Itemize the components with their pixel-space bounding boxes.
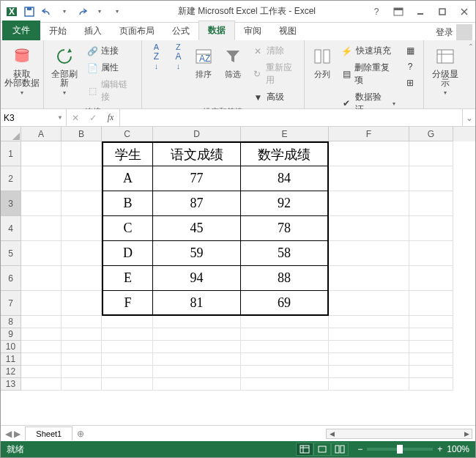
refresh-all-button[interactable]: 全部刷新▾ [48, 43, 81, 99]
sheet-tab-1[interactable]: Sheet1 [25, 426, 72, 440]
zoom-slider[interactable] [367, 448, 433, 451]
relationships-button[interactable]: ⊞ [401, 75, 419, 90]
edit-links-button[interactable]: ⬚编辑链接 [83, 77, 137, 105]
cell-E10[interactable] [241, 341, 329, 353]
cell-G13[interactable] [409, 378, 453, 391]
cell-F8[interactable] [329, 316, 409, 328]
cell-F5[interactable] [329, 241, 409, 266]
page-layout-view-button[interactable] [313, 443, 331, 456]
cell-A7[interactable] [21, 291, 62, 316]
cell-C1[interactable]: 学生 [102, 141, 153, 166]
cell-F11[interactable] [329, 353, 409, 366]
cell-D7[interactable]: 81 [153, 291, 241, 316]
cell-B9[interactable] [62, 328, 102, 341]
undo-dropdown[interactable]: ▾ [56, 4, 72, 20]
maximize-icon[interactable] [431, 1, 453, 22]
col-header-G[interactable]: G [409, 127, 453, 141]
col-header-A[interactable]: A [21, 127, 62, 141]
cell-A4[interactable] [21, 216, 62, 241]
row-header-2[interactable]: 2 [1, 166, 21, 191]
get-external-data-button[interactable]: 获取 外部数据 ▾ [5, 43, 39, 99]
cell-B6[interactable] [62, 266, 102, 291]
help-icon[interactable]: ? [365, 1, 387, 22]
connections-button[interactable]: 🔗连接 [83, 43, 137, 59]
cell-G11[interactable] [409, 353, 453, 366]
cell-D2[interactable]: 77 [153, 166, 241, 191]
cell-C5[interactable]: D [102, 241, 153, 266]
cell-A12[interactable] [21, 366, 62, 378]
cell-G3[interactable] [409, 191, 453, 216]
row-header-1[interactable]: 1 [1, 141, 21, 166]
scroll-left-icon[interactable]: ◀ [327, 429, 337, 438]
cell-A3[interactable] [21, 191, 62, 216]
properties-button[interactable]: 📄属性 [83, 60, 137, 75]
ribbon-display-icon[interactable] [387, 1, 409, 22]
cell-G7[interactable] [409, 291, 453, 316]
cell-D3[interactable]: 87 [153, 191, 241, 216]
cell-D13[interactable] [153, 378, 241, 391]
cell-E7[interactable]: 69 [241, 291, 329, 316]
sheet-nav[interactable]: ◀ ▶ [1, 429, 25, 439]
zoom-in-button[interactable]: + [437, 444, 442, 454]
cell-E9[interactable] [241, 328, 329, 341]
cell-G6[interactable] [409, 266, 453, 291]
normal-view-button[interactable] [296, 443, 313, 456]
cell-C10[interactable] [102, 341, 153, 353]
redo-icon[interactable] [74, 4, 90, 20]
tab-home[interactable]: 开始 [40, 22, 75, 40]
cell-E5[interactable]: 58 [241, 241, 329, 266]
tab-formulas[interactable]: 公式 [163, 22, 198, 40]
cell-B5[interactable] [62, 241, 102, 266]
cell-A2[interactable] [21, 166, 62, 191]
cell-D1[interactable]: 语文成绩 [153, 141, 241, 166]
login-area[interactable]: 登录 [436, 24, 475, 40]
undo-icon[interactable] [39, 4, 55, 20]
name-box-input[interactable] [4, 113, 48, 123]
cell-D6[interactable]: 94 [153, 266, 241, 291]
cell-B11[interactable] [62, 353, 102, 366]
grid-scroll-area[interactable]: ABCDEFG1学生语文成绩数学成绩2A77843B87924C45785D59… [1, 127, 475, 425]
zoom-level[interactable]: 100% [447, 444, 469, 454]
row-header-10[interactable]: 10 [1, 341, 21, 353]
cell-C6[interactable]: E [102, 266, 153, 291]
col-header-C[interactable]: C [102, 127, 153, 141]
col-header-D[interactable]: D [153, 127, 241, 141]
cell-D10[interactable] [153, 341, 241, 353]
cell-F3[interactable] [329, 191, 409, 216]
cell-F2[interactable] [329, 166, 409, 191]
select-all-corner[interactable] [1, 127, 21, 141]
col-header-B[interactable]: B [62, 127, 102, 141]
row-header-4[interactable]: 4 [1, 216, 21, 241]
accept-formula-icon[interactable]: ✓ [84, 113, 102, 123]
zoom-out-button[interactable]: − [357, 444, 362, 454]
add-sheet-button[interactable]: ⊕ [72, 426, 89, 442]
cell-D12[interactable] [153, 366, 241, 378]
col-header-E[interactable]: E [241, 127, 329, 141]
reapply-button[interactable]: ↻重新应用 [249, 60, 299, 88]
cell-A9[interactable] [21, 328, 62, 341]
cell-D5[interactable]: 59 [153, 241, 241, 266]
cell-E13[interactable] [241, 378, 329, 391]
qat-customize-dropdown[interactable]: ▾ [109, 4, 125, 20]
cell-C9[interactable] [102, 328, 153, 341]
cell-E11[interactable] [241, 353, 329, 366]
cell-F13[interactable] [329, 378, 409, 391]
cell-B3[interactable] [62, 191, 102, 216]
cell-A5[interactable] [21, 241, 62, 266]
cell-C12[interactable] [102, 366, 153, 378]
cell-G5[interactable] [409, 241, 453, 266]
row-header-11[interactable]: 11 [1, 353, 21, 366]
cell-G12[interactable] [409, 366, 453, 378]
tab-insert[interactable]: 插入 [75, 22, 111, 40]
text-to-columns-button[interactable]: 分列 [309, 43, 335, 80]
expand-formula-bar-icon[interactable]: ⌄ [462, 109, 475, 126]
cell-E2[interactable]: 84 [241, 166, 329, 191]
cell-E4[interactable]: 78 [241, 216, 329, 241]
fx-icon[interactable]: fx [102, 112, 119, 123]
cell-A1[interactable] [21, 141, 62, 166]
cell-B1[interactable] [62, 141, 102, 166]
row-header-12[interactable]: 12 [1, 366, 21, 378]
cell-B12[interactable] [62, 366, 102, 378]
cell-G9[interactable] [409, 328, 453, 341]
cell-B4[interactable] [62, 216, 102, 241]
